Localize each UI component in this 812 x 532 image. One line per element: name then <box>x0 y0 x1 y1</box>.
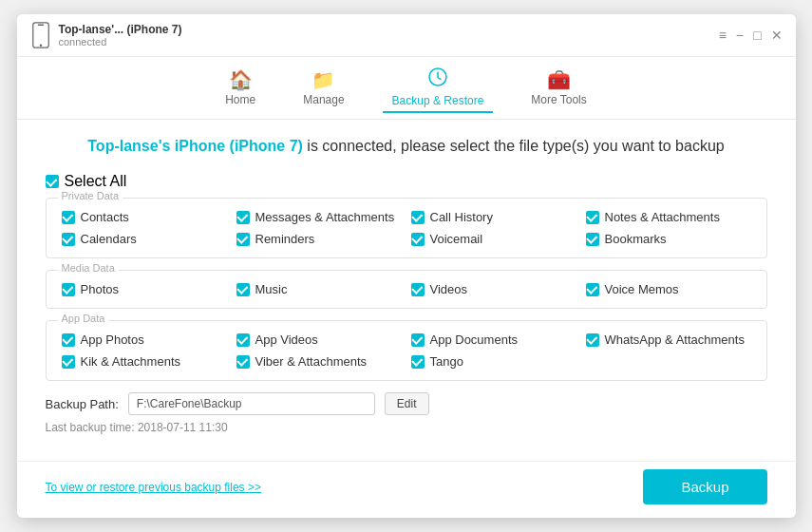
edit-button[interactable]: Edit <box>385 392 429 415</box>
list-item: Videos <box>411 282 576 296</box>
kik-checkbox[interactable] <box>62 355 75 369</box>
videos-checkbox[interactable] <box>411 283 425 296</box>
app-documents-checkbox[interactable] <box>411 333 425 347</box>
tools-icon: 🧰 <box>547 68 571 91</box>
device-highlight: Top-lanse's iPhone (iPhone 7) <box>87 138 303 154</box>
list-item: Music <box>236 282 402 296</box>
private-data-section: Private Data Contacts Messages & Attachm… <box>46 198 767 258</box>
whatsapp-label: WhatsApp & Attachments <box>605 332 745 347</box>
last-backup-time: 2018-07-11 11:30 <box>138 421 228 434</box>
tab-home-label: Home <box>225 93 255 106</box>
list-item: Kik & Attachments <box>62 354 227 369</box>
tab-manage[interactable]: 📁 Manage <box>293 65 353 112</box>
svg-rect-0 <box>32 23 47 48</box>
tango-checkbox[interactable] <box>411 355 425 369</box>
device-name: Top-lanse'... (iPhone 7) <box>59 23 182 36</box>
main-content: Top-lanse's iPhone (iPhone 7) is connect… <box>17 120 796 461</box>
backup-icon <box>427 66 448 92</box>
backup-path-label: Backup Path: <box>46 397 119 411</box>
list-item: Call History <box>411 210 576 224</box>
viber-label: Viber & Attachments <box>255 354 368 369</box>
photos-checkbox[interactable] <box>62 283 75 296</box>
contacts-checkbox[interactable] <box>62 211 75 224</box>
music-checkbox[interactable] <box>236 283 250 296</box>
videos-label: Videos <box>430 282 468 296</box>
voice-memos-label: Voice Memos <box>605 282 679 296</box>
messages-checkbox[interactable] <box>236 211 250 224</box>
voice-memos-checkbox[interactable] <box>586 283 599 296</box>
main-window: Top-lanse'... (iPhone 7) connected ≡ − □… <box>17 14 796 518</box>
tango-label: Tango <box>430 354 463 369</box>
list-item: Viber & Attachments <box>236 354 402 369</box>
phone-icon <box>30 22 51 48</box>
svg-point-2 <box>39 44 41 46</box>
home-icon: 🏠 <box>229 68 253 91</box>
tab-tools[interactable]: 🧰 More Tools <box>521 65 595 112</box>
call-history-label: Call History <box>430 210 493 224</box>
device-info-area: Top-lanse'... (iPhone 7) connected <box>30 22 719 48</box>
call-history-checkbox[interactable] <box>411 211 425 224</box>
calendars-label: Calendars <box>81 232 137 246</box>
device-status: connected <box>59 36 182 48</box>
nav-tabs: 🏠 Home 📁 Manage Backup & Restore 🧰 More … <box>17 57 796 120</box>
backup-button[interactable]: Backup <box>643 469 766 504</box>
tab-home[interactable]: 🏠 Home <box>216 65 265 112</box>
list-item: WhatsApp & Attachments <box>586 332 751 347</box>
media-data-label: Media Data <box>58 262 119 274</box>
tab-backup[interactable]: Backup & Restore <box>383 63 494 113</box>
list-item: Calendars <box>62 232 227 246</box>
select-all-checkbox[interactable] <box>46 175 59 188</box>
contacts-label: Contacts <box>81 210 129 224</box>
page-title: Top-lanse's iPhone (iPhone 7) is connect… <box>46 135 767 158</box>
photos-label: Photos <box>81 282 119 296</box>
close-button[interactable]: ✕ <box>771 28 783 43</box>
private-data-label: Private Data <box>58 190 123 201</box>
title-bar: Top-lanse'... (iPhone 7) connected ≡ − □… <box>17 14 796 57</box>
reminders-checkbox[interactable] <box>236 233 250 246</box>
app-data-grid: App Photos App Videos App Documents What… <box>62 332 751 369</box>
viber-checkbox[interactable] <box>236 355 250 369</box>
media-data-grid: Photos Music Videos Voice Memos <box>62 282 751 296</box>
backup-path-input[interactable] <box>128 392 375 415</box>
last-backup-text: Last backup time: 2018-07-11 11:30 <box>46 421 767 434</box>
list-item: App Documents <box>411 332 576 347</box>
tab-manage-label: Manage <box>303 93 344 106</box>
kik-label: Kik & Attachments <box>81 354 181 369</box>
minimize-button[interactable]: − <box>736 28 744 43</box>
device-details: Top-lanse'... (iPhone 7) connected <box>59 23 182 48</box>
app-videos-checkbox[interactable] <box>236 333 250 347</box>
app-photos-checkbox[interactable] <box>62 333 75 347</box>
select-all-label: Select All <box>65 173 127 190</box>
list-item: Voice Memos <box>586 282 751 296</box>
voicemail-checkbox[interactable] <box>411 233 425 246</box>
voicemail-label: Voicemail <box>430 232 483 246</box>
notes-checkbox[interactable] <box>586 211 599 224</box>
list-item: Messages & Attachments <box>236 210 402 224</box>
list-item: Notes & Attachments <box>586 210 751 224</box>
media-data-section: Media Data Photos Music Videos Voice Mem… <box>46 270 767 309</box>
list-item: Reminders <box>236 232 402 246</box>
tab-backup-label: Backup & Restore <box>392 94 484 107</box>
window-controls: ≡ − □ ✕ <box>719 28 783 43</box>
list-item: Voicemail <box>411 232 576 246</box>
whatsapp-checkbox[interactable] <box>586 333 599 347</box>
list-item: Bookmarks <box>586 232 751 246</box>
menu-icon[interactable]: ≡ <box>719 28 727 43</box>
maximize-button[interactable]: □ <box>753 28 761 43</box>
app-documents-label: App Documents <box>430 332 519 347</box>
app-data-section: App Data App Photos App Videos App Docum… <box>46 320 767 381</box>
bookmarks-checkbox[interactable] <box>586 233 599 246</box>
notes-label: Notes & Attachments <box>605 210 720 224</box>
select-all-row: Select All <box>46 173 767 190</box>
calendars-checkbox[interactable] <box>62 233 75 246</box>
app-videos-label: App Videos <box>255 332 318 347</box>
list-item: App Videos <box>236 332 402 347</box>
music-label: Music <box>255 282 288 296</box>
footer: To view or restore previous backup files… <box>17 461 796 518</box>
private-data-grid: Contacts Messages & Attachments Call His… <box>62 210 751 246</box>
restore-link[interactable]: To view or restore previous backup files… <box>46 481 261 494</box>
list-item: Contacts <box>62 210 227 224</box>
app-data-label: App Data <box>58 313 109 324</box>
last-backup-label: Last backup time: <box>46 421 135 434</box>
list-item: App Photos <box>62 332 227 347</box>
